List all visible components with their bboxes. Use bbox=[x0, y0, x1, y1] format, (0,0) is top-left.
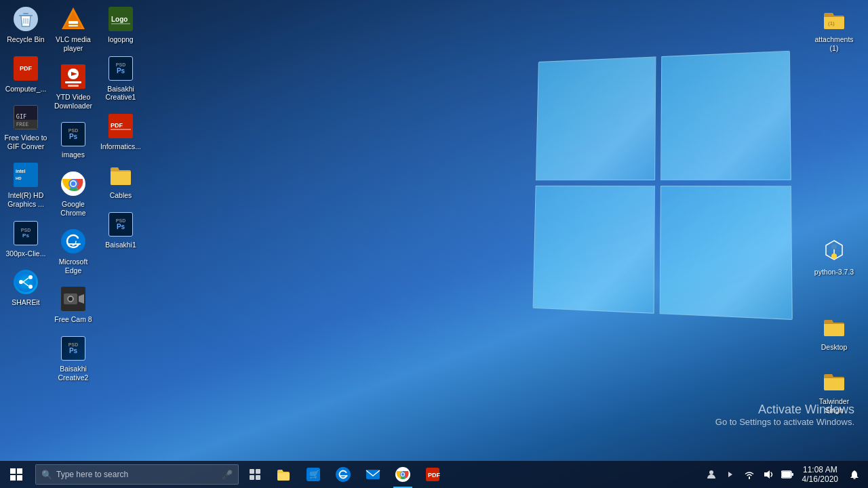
svg-rect-50 bbox=[256, 469, 260, 474]
shareit-icon[interactable]: SHAREit bbox=[1, 264, 50, 311]
attachments-icon[interactable]: (1) attachments (1) bbox=[810, 1, 859, 56]
taskbar-pinned-apps: 🛒 bbox=[269, 461, 448, 488]
intel-hd-icon[interactable]: intel HD Intel(R) HD Graphics ... bbox=[1, 157, 50, 212]
system-tray: 11:08 AM 4/16/2020 bbox=[699, 461, 868, 488]
desktop-folder-icon[interactable]: Desktop bbox=[810, 309, 859, 356]
svg-point-11 bbox=[28, 285, 33, 289]
system-clock[interactable]: 11:08 AM 4/16/2020 bbox=[797, 461, 844, 488]
shareit-label: SHAREit bbox=[12, 298, 39, 307]
svg-rect-39 bbox=[111, 129, 131, 130]
svg-rect-68 bbox=[791, 473, 793, 476]
icon-column-1: Recycle Bin PDF Computer_... GIF bbox=[0, 0, 54, 312]
svg-point-33 bbox=[69, 298, 72, 300]
svg-point-10 bbox=[28, 275, 33, 279]
clock-date: 4/16/2020 bbox=[802, 474, 838, 484]
ytd-icon[interactable]: YTD Video Downloader bbox=[49, 59, 98, 114]
svg-text:PDF: PDF bbox=[428, 472, 440, 479]
search-bar[interactable]: 🔍 Type here to search 🎤 bbox=[35, 464, 239, 485]
300px-icon[interactable]: PSD Ps 300px-Clie... bbox=[1, 216, 50, 262]
svg-text:Logo: Logo bbox=[111, 16, 127, 23]
svg-rect-56 bbox=[366, 470, 380, 479]
svg-text:PDF: PDF bbox=[111, 122, 123, 129]
baisakhi-creative1-icon[interactable]: PSD Ps Baisakhi Creative1 bbox=[96, 51, 145, 106]
svg-text:GIF: GIF bbox=[16, 113, 26, 120]
notification-button[interactable] bbox=[844, 461, 865, 488]
python-icon[interactable]: python-3.7.3 bbox=[810, 234, 859, 281]
taskbar-app-store[interactable]: 🛒 bbox=[298, 461, 328, 488]
recycle-bin-icon[interactable]: Recycle Bin bbox=[1, 1, 50, 48]
desktop: Recycle Bin PDF Computer_... GIF bbox=[0, 0, 868, 488]
svg-rect-47 bbox=[10, 475, 16, 481]
microsoft-edge-label: Microsoft Edge bbox=[52, 258, 95, 274]
free-video-gif-icon[interactable]: GIF FREE Free Video to GIF Conver bbox=[1, 100, 50, 155]
ytd-label: YTD Video Downloader bbox=[52, 93, 95, 110]
informatics-label: Informatics... bbox=[100, 142, 141, 151]
microsoft-edge-icon[interactable]: Microsoft Edge bbox=[49, 224, 98, 279]
activate-windows-title: Activate Windows bbox=[715, 403, 854, 417]
svg-rect-36 bbox=[111, 23, 130, 24]
task-view-button[interactable] bbox=[241, 461, 269, 488]
svg-rect-48 bbox=[17, 475, 22, 481]
baisakhi1-icon[interactable]: PSD Ps Baisakhi1 bbox=[96, 207, 145, 253]
vlc-icon[interactable]: VLC media player bbox=[49, 1, 98, 56]
logopng-icon[interactable]: Logo logopng bbox=[96, 1, 145, 48]
svg-rect-45 bbox=[10, 468, 16, 474]
baisakhi-creative2-label: Baisakhi Creative2 bbox=[52, 365, 95, 382]
svg-rect-21 bbox=[65, 81, 81, 83]
svg-text:🛒: 🛒 bbox=[309, 469, 319, 479]
freecam-icon[interactable]: Free Cam 8 bbox=[49, 281, 98, 328]
informatics-icon[interactable]: PDF Informatics... bbox=[96, 108, 145, 155]
tray-people-icon[interactable] bbox=[702, 461, 721, 488]
svg-rect-46 bbox=[17, 468, 22, 474]
baisakhi1-label: Baisakhi1 bbox=[105, 241, 136, 249]
svg-rect-5 bbox=[14, 163, 38, 187]
cables-label: Cables bbox=[110, 191, 132, 200]
taskbar-app-mail[interactable] bbox=[358, 461, 388, 488]
tray-expand-icon[interactable] bbox=[721, 461, 740, 488]
svg-point-27 bbox=[71, 181, 76, 186]
svg-text:(1): (1) bbox=[828, 20, 835, 26]
svg-text:intel: intel bbox=[16, 169, 25, 174]
search-icon: 🔍 bbox=[41, 470, 52, 480]
python-label: python-3.7.3 bbox=[814, 268, 854, 277]
baisakhi-creative1-label: Baisakhi Creative1 bbox=[99, 85, 142, 102]
desktop-folder-label: Desktop bbox=[821, 343, 848, 352]
svg-point-60 bbox=[401, 473, 404, 476]
svg-rect-49 bbox=[250, 469, 254, 474]
svg-rect-22 bbox=[68, 85, 79, 87]
icon-column-right: (1) attachments (1) python-3.7.3 bbox=[807, 0, 861, 420]
svg-rect-51 bbox=[250, 475, 254, 480]
desktop-icons-area: Recycle Bin PDF Computer_... GIF bbox=[0, 0, 868, 461]
svg-marker-64 bbox=[728, 472, 732, 477]
cables-icon[interactable]: Cables bbox=[96, 157, 145, 204]
svg-rect-67 bbox=[782, 472, 791, 477]
google-chrome-icon[interactable]: Google Chrome bbox=[49, 166, 98, 221]
freecam-label: Free Cam 8 bbox=[54, 315, 92, 324]
start-button[interactable] bbox=[0, 461, 33, 488]
300px-label: 300px-Clie... bbox=[6, 249, 46, 258]
tray-network-icon[interactable] bbox=[740, 461, 759, 488]
vlc-label: VLC media player bbox=[52, 35, 95, 52]
logopng-label: logopng bbox=[108, 35, 133, 44]
activate-windows-subtitle: Go to Settings to activate Windows. bbox=[715, 417, 854, 427]
intel-hd-label: Intel(R) HD Graphics ... bbox=[4, 191, 47, 208]
svg-text:HD: HD bbox=[16, 176, 22, 180]
tray-battery-icon[interactable] bbox=[778, 461, 797, 488]
recycle-bin-label: Recycle Bin bbox=[7, 35, 44, 44]
taskbar-app-acrobat[interactable]: PDF bbox=[418, 461, 448, 488]
taskbar-app-chrome[interactable] bbox=[388, 461, 418, 488]
svg-text:FREE: FREE bbox=[16, 121, 29, 127]
images-icon[interactable]: PSD Ps images bbox=[49, 117, 98, 163]
taskbar-app-edge[interactable] bbox=[328, 461, 358, 488]
tray-volume-icon[interactable] bbox=[759, 461, 778, 488]
computer-pdf-label: Computer_... bbox=[5, 85, 47, 94]
baisakhi-creative2-icon[interactable]: PSD Ps Baisakhi Creative2 bbox=[49, 331, 98, 386]
icon-column-2: VLC media player YTD Video Do bbox=[47, 0, 102, 387]
svg-point-9 bbox=[19, 280, 23, 284]
svg-point-55 bbox=[336, 467, 351, 482]
taskbar-app-file-explorer[interactable] bbox=[269, 461, 298, 488]
svg-point-8 bbox=[16, 272, 36, 292]
svg-marker-65 bbox=[764, 470, 770, 479]
svg-point-63 bbox=[709, 470, 713, 474]
computer-pdf-icon[interactable]: PDF Computer_... bbox=[1, 51, 50, 98]
